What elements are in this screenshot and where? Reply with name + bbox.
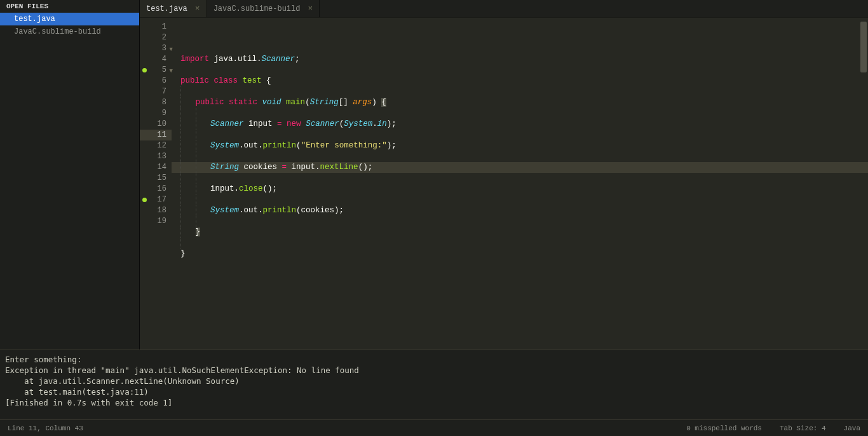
code-line[interactable] [172, 238, 868, 249]
gutter-marker-icon [142, 68, 147, 72]
code-line[interactable]: public class test { [172, 76, 868, 86]
line-number: 19 [140, 216, 172, 227]
line-number: 10 [140, 119, 172, 130]
tab-bar: test.java×JavaC.sublime-build× [140, 0, 868, 18]
editor-tab[interactable]: JavaC.sublime-build× [207, 0, 320, 17]
gutter-marker-icon [142, 198, 147, 202]
vertical-scrollbar[interactable] [860, 22, 867, 72]
code-line[interactable]: import java.util.Scanner; [172, 54, 868, 65]
code-line[interactable]: input.close(); [172, 184, 868, 194]
status-position[interactable]: Line 11, Column 43 [8, 425, 686, 432]
code-line[interactable] [172, 86, 868, 97]
line-number: 17 [140, 194, 172, 205]
line-number: 3▼ [140, 43, 172, 54]
editor-area: test.java×JavaC.sublime-build× 123▼45▼67… [140, 0, 868, 350]
line-number: 9 [140, 108, 172, 119]
code-line[interactable] [172, 216, 868, 227]
line-number: 11 [140, 130, 172, 140]
code-line[interactable]: System.out.println(cookies); [172, 205, 868, 216]
line-number: 2 [140, 32, 172, 43]
close-icon[interactable]: × [195, 4, 200, 13]
line-number: 8 [140, 97, 172, 108]
editor-tab[interactable]: test.java× [140, 0, 207, 17]
tab-label: JavaC.sublime-build [214, 4, 301, 13]
line-number: 16 [140, 184, 172, 194]
status-syntax[interactable]: Java [844, 425, 860, 432]
code-line[interactable] [172, 173, 868, 184]
gutter: 123▼45▼678910111213141516171819 [140, 18, 172, 350]
sidebar-header: OPEN FILES [0, 0, 139, 13]
main-area: OPEN FILES test.javaJavaC.sublime-build … [0, 0, 868, 350]
open-file-item[interactable]: test.java [0, 13, 139, 25]
code-line[interactable]: } [172, 249, 868, 259]
sidebar: OPEN FILES test.javaJavaC.sublime-build [0, 0, 140, 350]
code-line[interactable]: System.out.println("Enter something:"); [172, 140, 868, 151]
line-number: 15 [140, 173, 172, 184]
line-number: 6 [140, 76, 172, 86]
code-line[interactable] [172, 194, 868, 205]
code-line[interactable] [172, 130, 868, 140]
line-number: 1 [140, 22, 172, 32]
line-number: 12 [140, 140, 172, 151]
status-tabsize[interactable]: Tab Size: 4 [780, 425, 826, 432]
line-number: 4 [140, 54, 172, 65]
code-line[interactable]: String cookies = input.nextLine(); [172, 162, 868, 173]
line-number: 13 [140, 151, 172, 162]
code-line[interactable]: public static void main(String[] args) { [172, 97, 868, 108]
code-editor[interactable]: import java.util.Scanner;public class te… [172, 18, 868, 350]
open-files-list: test.javaJavaC.sublime-build [0, 13, 139, 38]
tab-label: test.java [146, 4, 187, 13]
open-file-item[interactable]: JavaC.sublime-build [0, 25, 139, 38]
line-number: 7 [140, 86, 172, 97]
code-line[interactable]: } [172, 227, 868, 238]
code-line[interactable] [172, 151, 868, 162]
status-bar: Line 11, Column 43 0 misspelled words Ta… [0, 419, 868, 436]
close-icon[interactable]: × [308, 4, 313, 13]
line-number: 14 [140, 162, 172, 173]
build-output-panel[interactable]: Enter something: Exception in thread "ma… [0, 350, 868, 419]
code-line[interactable]: Scanner input = new Scanner(System.in); [172, 119, 868, 130]
status-spellcheck[interactable]: 0 misspelled words [686, 425, 762, 432]
line-number: 18 [140, 205, 172, 216]
code-line[interactable] [172, 108, 868, 119]
code-container[interactable]: 123▼45▼678910111213141516171819 import j… [140, 18, 868, 350]
code-line[interactable] [172, 65, 868, 76]
line-number: 5▼ [140, 65, 172, 76]
